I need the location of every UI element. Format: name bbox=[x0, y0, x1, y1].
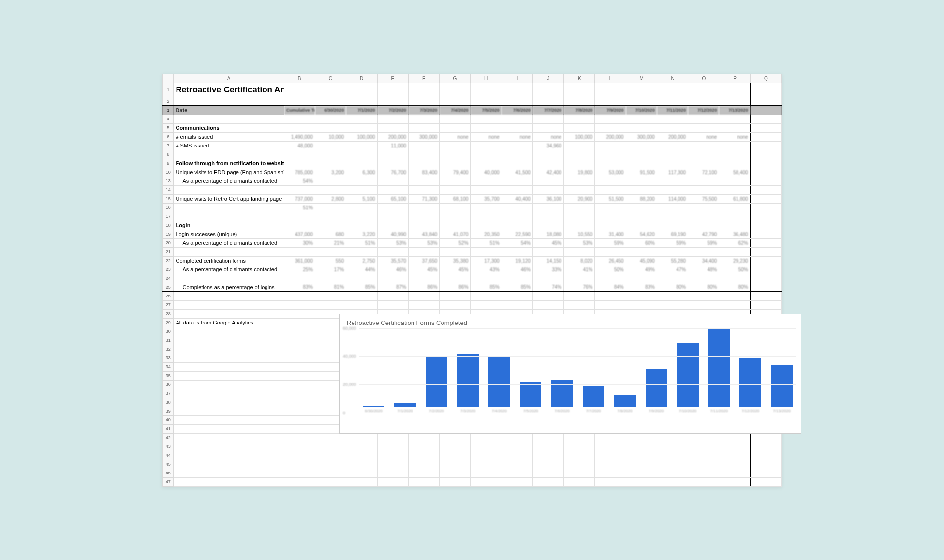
cell-O5[interactable] bbox=[688, 123, 719, 132]
cell-K43[interactable] bbox=[564, 442, 595, 451]
cell-B34[interactable] bbox=[284, 362, 315, 371]
row-header-26[interactable]: 26 bbox=[163, 292, 174, 300]
cell-H47[interactable] bbox=[471, 477, 502, 486]
cell-F47[interactable] bbox=[408, 477, 439, 486]
cell-G7[interactable] bbox=[440, 141, 471, 150]
cell-N15[interactable]: 114,000 bbox=[657, 194, 688, 203]
cell-Q43[interactable] bbox=[750, 442, 781, 451]
cell-K20[interactable]: 53% bbox=[564, 238, 595, 247]
row-header-2[interactable]: 2 bbox=[163, 97, 174, 106]
row-header-20[interactable]: 20 bbox=[163, 238, 174, 247]
cell-B15[interactable]: 737,000 bbox=[284, 194, 315, 203]
cell-N4[interactable] bbox=[657, 115, 688, 123]
cell-Q46[interactable] bbox=[750, 469, 781, 477]
cell-A4[interactable] bbox=[174, 115, 284, 123]
cell-H4[interactable] bbox=[471, 115, 502, 123]
cell-Q44[interactable] bbox=[750, 451, 781, 460]
cell-P15[interactable]: 61,800 bbox=[719, 194, 750, 203]
cell-G9[interactable] bbox=[440, 159, 471, 168]
cell-D23[interactable]: 44% bbox=[346, 265, 377, 274]
cell-D10[interactable]: 6,300 bbox=[346, 168, 377, 177]
cell-I20[interactable]: 54% bbox=[502, 238, 532, 247]
cell-Q3[interactable] bbox=[750, 106, 781, 115]
cell-M20[interactable]: 60% bbox=[626, 238, 657, 247]
cell-I17[interactable] bbox=[502, 212, 532, 221]
cell-A38[interactable] bbox=[174, 398, 284, 407]
cell-D47[interactable] bbox=[346, 477, 377, 486]
cell-B27[interactable] bbox=[284, 300, 315, 309]
cell-D9[interactable] bbox=[346, 159, 377, 168]
cell-O22[interactable]: 34,400 bbox=[688, 256, 719, 265]
cell-F23[interactable]: 45% bbox=[408, 265, 439, 274]
cell-B32[interactable] bbox=[284, 345, 315, 354]
cell-O44[interactable] bbox=[688, 451, 719, 460]
cell-Q26[interactable] bbox=[750, 292, 781, 300]
cell-M6[interactable]: 300,000 bbox=[626, 132, 657, 141]
cell-N46[interactable] bbox=[657, 469, 688, 477]
cell-A39[interactable] bbox=[174, 407, 284, 415]
row-header-10[interactable]: 10 bbox=[163, 168, 174, 177]
cell-P46[interactable] bbox=[719, 469, 750, 477]
cell-E13[interactable] bbox=[377, 177, 408, 185]
cell-B21[interactable] bbox=[284, 247, 315, 256]
cell-I47[interactable] bbox=[502, 477, 532, 486]
cell-D27[interactable] bbox=[346, 300, 377, 309]
cell-P18[interactable] bbox=[719, 221, 750, 230]
cell-C18[interactable] bbox=[315, 221, 346, 230]
cell-K26[interactable] bbox=[564, 292, 595, 300]
cell-C10[interactable]: 3,200 bbox=[315, 168, 346, 177]
cell-G46[interactable] bbox=[440, 469, 471, 477]
cell-F20[interactable]: 53% bbox=[408, 238, 439, 247]
cell-H6[interactable]: none bbox=[471, 132, 502, 141]
cell-I22[interactable]: 19,120 bbox=[502, 256, 532, 265]
cell-G8[interactable] bbox=[440, 150, 471, 159]
cell-G14[interactable] bbox=[440, 185, 471, 194]
cell-J10[interactable]: 42,400 bbox=[532, 168, 563, 177]
cell-H10[interactable]: 40,000 bbox=[471, 168, 502, 177]
cell-G4[interactable] bbox=[440, 115, 471, 123]
cell-P47[interactable] bbox=[719, 477, 750, 486]
col-header-N[interactable]: N bbox=[657, 74, 688, 83]
cell-B1[interactable] bbox=[284, 83, 315, 97]
cell-I10[interactable]: 41,500 bbox=[502, 168, 532, 177]
cell-J45[interactable] bbox=[532, 460, 563, 469]
cell-P17[interactable] bbox=[719, 212, 750, 221]
cell-G24[interactable] bbox=[440, 274, 471, 283]
col-header-L[interactable]: L bbox=[595, 74, 626, 83]
cell-I9[interactable] bbox=[502, 159, 532, 168]
cell-Q7[interactable] bbox=[750, 141, 781, 150]
cell-F8[interactable] bbox=[408, 150, 439, 159]
row-header-34[interactable]: 34 bbox=[163, 362, 174, 371]
cell-H43[interactable] bbox=[471, 442, 502, 451]
cell-C23[interactable]: 17% bbox=[315, 265, 346, 274]
cell-A3[interactable]: Date bbox=[174, 106, 284, 115]
cell-H5[interactable] bbox=[471, 123, 502, 132]
cell-M10[interactable]: 91,500 bbox=[626, 168, 657, 177]
cell-B3[interactable]: Cumulative Total bbox=[284, 106, 315, 115]
cell-L27[interactable] bbox=[595, 300, 626, 309]
row-header-29[interactable]: 29 bbox=[163, 318, 174, 327]
cell-O27[interactable] bbox=[688, 300, 719, 309]
cell-A8[interactable] bbox=[174, 150, 284, 159]
cell-I25[interactable]: 85% bbox=[502, 283, 532, 292]
col-header-M[interactable]: M bbox=[626, 74, 657, 83]
cell-C19[interactable]: 680 bbox=[315, 230, 346, 238]
cell-N25[interactable]: 80% bbox=[657, 283, 688, 292]
cell-E4[interactable] bbox=[377, 115, 408, 123]
cell-O8[interactable] bbox=[688, 150, 719, 159]
cell-G10[interactable]: 79,400 bbox=[440, 168, 471, 177]
cell-I45[interactable] bbox=[502, 460, 532, 469]
cell-M19[interactable]: 54,620 bbox=[626, 230, 657, 238]
cell-D20[interactable]: 51% bbox=[346, 238, 377, 247]
cell-L25[interactable]: 84% bbox=[595, 283, 626, 292]
cell-K15[interactable]: 20,900 bbox=[564, 194, 595, 203]
cell-Q19[interactable] bbox=[750, 230, 781, 238]
cell-G23[interactable]: 45% bbox=[440, 265, 471, 274]
cell-E45[interactable] bbox=[377, 460, 408, 469]
cell-A32[interactable] bbox=[174, 345, 284, 354]
cell-A42[interactable] bbox=[174, 433, 284, 442]
cell-D46[interactable] bbox=[346, 469, 377, 477]
cell-H23[interactable]: 43% bbox=[471, 265, 502, 274]
cell-J24[interactable] bbox=[532, 274, 563, 283]
cell-D18[interactable] bbox=[346, 221, 377, 230]
